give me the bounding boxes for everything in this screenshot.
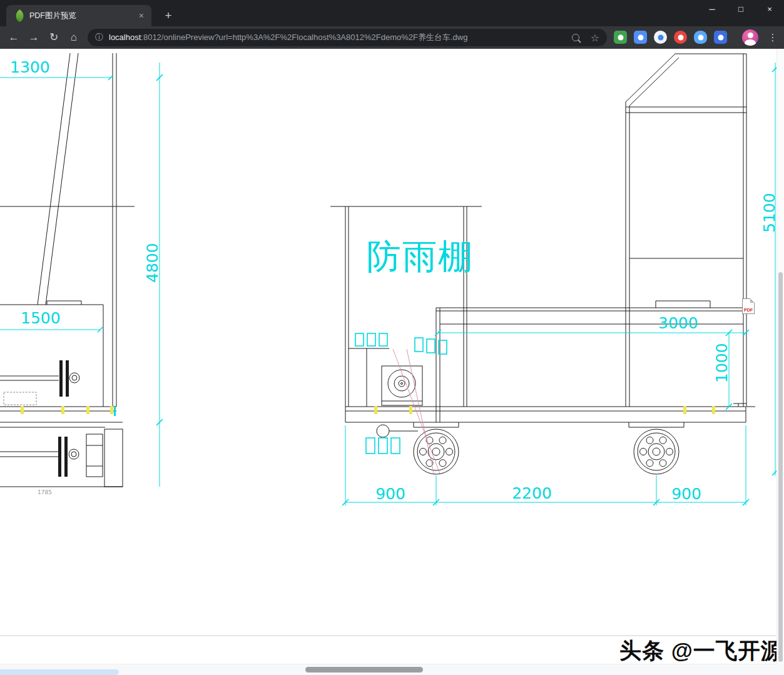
extension-icon-red[interactable] xyxy=(674,31,687,44)
dim-900-right: 900 xyxy=(671,485,701,503)
dim-4800: 4800 xyxy=(143,243,161,283)
horizontal-scroll-highlight xyxy=(0,669,119,675)
tab-favicon-leaf-icon xyxy=(13,9,26,22)
window-controls: ─ □ × xyxy=(698,0,784,20)
canopy-label: 防雨棚 xyxy=(367,236,474,277)
dim-1500: 1500 xyxy=(21,309,61,327)
browser-window: PDF图片预览 × + ─ □ × ← → ↻ ⌂ ⓘ localhost:80… xyxy=(0,0,784,675)
dim-1300: 1300 xyxy=(10,58,50,76)
vertical-scrollbar-thumb[interactable] xyxy=(778,272,783,662)
extension-icon-translate[interactable] xyxy=(634,31,647,44)
dim-3000: 3000 xyxy=(658,314,698,332)
new-tab-button[interactable]: + xyxy=(160,8,176,24)
menu-kebab-icon[interactable]: ⋮ xyxy=(765,29,781,46)
back-icon[interactable]: ← xyxy=(5,29,23,46)
extensions-bar xyxy=(614,31,727,44)
home-icon[interactable]: ⌂ xyxy=(65,29,83,46)
extension-icon-green[interactable] xyxy=(614,31,627,44)
cad-yellow-ticks xyxy=(21,406,715,414)
url-path: :8012/onlinePreview?url=http%3A%2F%2Floc… xyxy=(141,33,467,42)
url-text[interactable]: localhost:8012/onlinePreview?url=http%3A… xyxy=(109,32,572,43)
profile-avatar[interactable] xyxy=(742,29,758,46)
browser-tab[interactable]: PDF图片预览 × xyxy=(6,5,151,26)
page-content: 1300 1500 4800 3000 1000 5100 900 2200 9… xyxy=(0,49,776,664)
tab-close-icon[interactable]: × xyxy=(136,11,146,21)
cad-cyan-tick xyxy=(114,407,116,416)
bookmark-star-icon[interactable]: ☆ xyxy=(591,32,599,44)
cad-cyan-details xyxy=(355,333,447,454)
maximize-button[interactable]: □ xyxy=(726,0,755,20)
url-host: localhost xyxy=(109,33,141,42)
forward-icon[interactable]: → xyxy=(25,29,43,46)
minimize-button[interactable]: ─ xyxy=(698,0,726,20)
dim-5100: 5100 xyxy=(760,193,776,233)
horizontal-scrollbar[interactable] xyxy=(0,664,776,675)
cad-drawing: 1300 1500 4800 3000 1000 5100 900 2200 9… xyxy=(0,49,776,664)
dim-900-left: 900 xyxy=(375,485,405,503)
cad-dashed-box xyxy=(4,392,36,405)
horizontal-scrollbar-thumb[interactable] xyxy=(305,667,423,672)
tab-title: PDF图片预览 xyxy=(29,11,136,21)
cad-flange-bars xyxy=(58,360,69,477)
dim-small: 1785 xyxy=(38,489,52,495)
watermark-text: 头条 @一飞开源 xyxy=(619,636,776,664)
vertical-scrollbar[interactable] xyxy=(776,49,784,664)
address-bar[interactable]: ⓘ localhost:8012/onlinePreview?url=http%… xyxy=(88,29,607,46)
cad-red-guides xyxy=(393,349,440,475)
extension-icon-cloud[interactable] xyxy=(694,31,707,44)
page-info-icon[interactable]: ⓘ xyxy=(95,32,103,43)
dim-2200: 2200 xyxy=(512,484,552,502)
browser-titlebar: PDF图片预览 × + ─ □ × xyxy=(0,0,784,26)
reload-icon[interactable]: ↻ xyxy=(45,29,63,46)
pdf-file-icon-label: PDF xyxy=(743,308,754,312)
pdf-file-icon[interactable]: PDF xyxy=(742,298,755,314)
dim-1000: 1000 xyxy=(713,343,731,383)
scrollbar-corner xyxy=(776,664,784,675)
browser-toolbar: ← → ↻ ⌂ ⓘ localhost:8012/onlinePreview?u… xyxy=(0,26,784,49)
close-button[interactable]: × xyxy=(755,0,784,20)
extension-icon-blue[interactable] xyxy=(714,31,727,44)
extension-icon-circle[interactable] xyxy=(654,31,667,44)
zoom-icon[interactable] xyxy=(572,34,579,41)
